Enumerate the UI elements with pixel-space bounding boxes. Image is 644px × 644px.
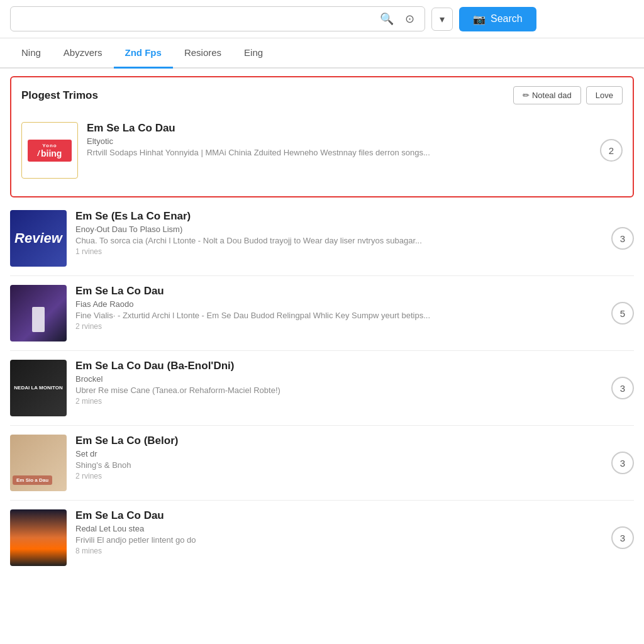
- result-info-1: Em Se (Es La Co Enar) Enoy·Out Dau To Pl…: [75, 210, 602, 256]
- result-count-5: 3: [611, 526, 634, 549]
- top-result-desc: Rrtvill Sodaps Hinhat Yonnyida | MMAi Ch…: [87, 148, 514, 157]
- top-result-thumbnail: Yono /biing: [21, 122, 78, 179]
- main-content: Plogest Trimos ✏ Noteal dad Love Yono /b…: [0, 69, 644, 582]
- result-title-2: Em Se La Co Dau: [75, 285, 602, 297]
- top-result-item[interactable]: Yono /biing Em Se La Co Dau Eltyotic Rrt…: [21, 113, 623, 187]
- search-input[interactable]: Soforgriph Madon:..: [18, 14, 371, 25]
- regular-results: Review Em Se (Es La Co Enar) Enoy·Out Da…: [10, 201, 634, 575]
- dropdown-arrow-icon: ▾: [440, 13, 445, 25]
- result-desc-4: Shing's & Bnoh: [75, 460, 503, 470]
- result-title-1: Em Se (Es La Co Enar): [75, 210, 602, 223]
- top-result-count: 2: [600, 139, 623, 162]
- result-desc-5: Frivili El andjo petler lintent go do: [75, 535, 503, 545]
- result-meta-4: 2 rvines: [75, 472, 602, 480]
- section-title: Plogest Trimos: [21, 89, 98, 102]
- list-item[interactable]: Em Se La Co Dau Fias Ade Raodo Fine Vial…: [10, 276, 634, 351]
- tab-eing[interactable]: Eing: [233, 38, 274, 69]
- result-thumbnail-4: Em Sio a Dau: [10, 435, 67, 491]
- camera-search-icon-button[interactable]: ⊙: [402, 12, 417, 26]
- result-info-2: Em Se La Co Dau Fias Ade Raodo Fine Vial…: [75, 285, 602, 331]
- result-count-3: 3: [611, 377, 634, 399]
- search-icon-button[interactable]: 🔍: [377, 12, 396, 26]
- result-subtitle-3: Brockel: [75, 374, 602, 384]
- tab-abyzvers[interactable]: Abyzvers: [52, 38, 114, 69]
- result-subtitle-2: Fias Ade Raodo: [75, 299, 602, 309]
- tabs-bar: Ning Abyzvers Znd Fps Resiores Eing: [0, 38, 644, 69]
- result-thumbnail-2: [10, 285, 67, 341]
- result-subtitle-5: Redal Let Lou stea: [75, 524, 602, 533]
- top-result-info: Em Se La Co Dau Eltyotic Rrtvill Sodaps …: [87, 122, 591, 157]
- result-info-4: Em Se La Co (Belor) Set dr Shing's & Bno…: [75, 435, 602, 480]
- result-info-3: Em Se La Co Dau (Ba-Enol'Dni) Brockel Ub…: [75, 360, 602, 406]
- result-meta-3: 2 mines: [75, 397, 602, 406]
- result-meta-5: 8 mines: [75, 547, 602, 555]
- result-subtitle-1: Enoy·Out Dau To Plaso Lism): [75, 225, 602, 234]
- tab-znd-fps[interactable]: Znd Fps: [114, 38, 173, 69]
- result-meta-2: 2 rvines: [75, 322, 602, 331]
- result-desc-3: Ubrer Re mise Cane (Tanea.or Rehaform-Ma…: [75, 386, 503, 395]
- result-count-4: 3: [611, 452, 634, 474]
- top-result-title: Em Se La Co Dau: [87, 122, 591, 135]
- result-count-2: 5: [611, 302, 634, 325]
- list-item[interactable]: Em Sio a Dau Em Se La Co (Belor) Set dr …: [10, 426, 634, 501]
- noteal-dad-button[interactable]: ✏ Noteal dad: [513, 86, 581, 104]
- result-title-5: Em Se La Co Dau: [75, 509, 602, 522]
- header: Soforgriph Madon:.. 🔍 ⊙ ▾ 📷 Search: [0, 0, 644, 38]
- top-result-section: Plogest Trimos ✏ Noteal dad Love Yono /b…: [10, 76, 634, 197]
- love-button[interactable]: Love: [586, 86, 623, 104]
- result-info-5: Em Se La Co Dau Redal Let Lou stea Frivi…: [75, 509, 602, 555]
- dropdown-button[interactable]: ▾: [431, 8, 453, 31]
- tab-resiores[interactable]: Resiores: [173, 38, 233, 69]
- result-count-1: 3: [611, 227, 634, 250]
- guitar-thumb-text: NEDAI LA MONITON: [14, 385, 62, 391]
- list-item[interactable]: Em Se La Co Dau Redal Let Lou stea Frivi…: [10, 501, 634, 575]
- list-item[interactable]: NEDAI LA MONITON Em Se La Co Dau (Ba-Eno…: [10, 351, 634, 426]
- result-title-4: Em Se La Co (Belor): [75, 435, 602, 447]
- list-item[interactable]: Review Em Se (Es La Co Enar) Enoy·Out Da…: [10, 201, 634, 276]
- result-desc-1: Chua. To sorca cia (Archi l Ltonte - Nol…: [75, 236, 503, 245]
- search-bar: Soforgriph Madon:.. 🔍 ⊙: [10, 6, 425, 31]
- camera-icon: 📷: [473, 13, 486, 25]
- result-thumbnail-3: NEDAI LA MONITON: [10, 360, 67, 416]
- result-thumbnail-1: Review: [10, 210, 67, 267]
- result-meta-1: 1 rvines: [75, 247, 602, 256]
- tab-ning[interactable]: Ning: [10, 38, 52, 69]
- top-result-subtitle: Eltyotic: [87, 136, 591, 146]
- section-actions: ✏ Noteal dad Love: [513, 86, 623, 104]
- result-subtitle-4: Set dr: [75, 449, 602, 458]
- search-button-label: Search: [491, 13, 523, 25]
- search-button[interactable]: 📷 Search: [459, 7, 536, 31]
- section-header: Plogest Trimos ✏ Noteal dad Love: [21, 86, 623, 104]
- result-desc-2: Fine Vialis· - Zxturtid Archi l Ltonte -…: [75, 311, 503, 320]
- result-title-3: Em Se La Co Dau (Ba-Enol'Dni): [75, 360, 602, 372]
- result-thumbnail-5: [10, 509, 67, 566]
